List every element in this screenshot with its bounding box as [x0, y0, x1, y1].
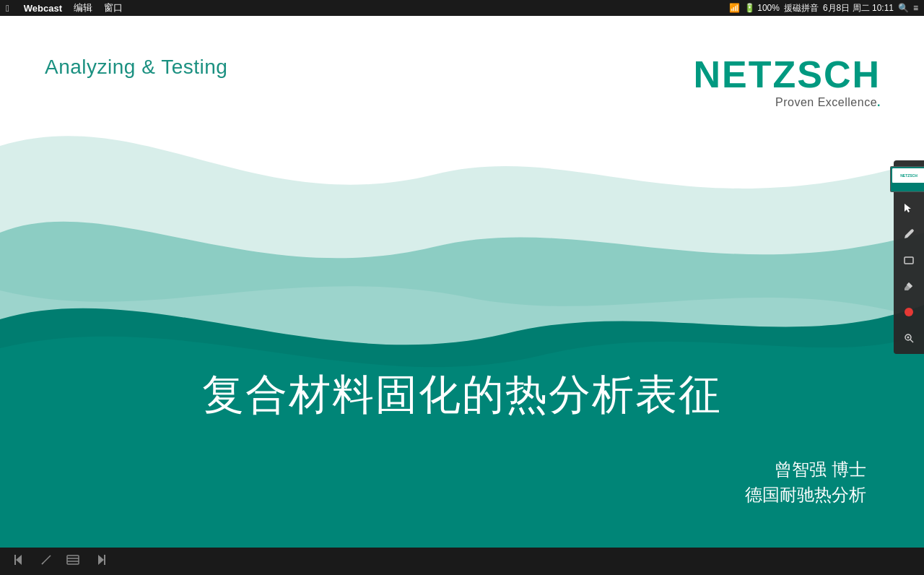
tool-panel: NETZSCH — [894, 160, 924, 354]
svg-rect-11 — [67, 555, 79, 564]
svg-rect-10 — [14, 555, 16, 565]
search-tool-button[interactable] — [897, 327, 920, 350]
netzsch-tagline: Proven Excellence. — [693, 96, 881, 109]
author-affiliation: 德国耐驰热分析 — [745, 483, 866, 506]
eraser-tool-button[interactable] — [897, 274, 920, 298]
app-name-menu[interactable]: Webcast — [24, 3, 62, 14]
menubar-right: 📶 🔋 100% 援磁拼音 6月8日 周二 10:11 🔍 ≡ — [729, 2, 918, 14]
record-button[interactable] — [897, 301, 920, 324]
slide-title: 复合材料固化的热分析表征 — [0, 367, 924, 423]
battery-icon: 🔋 100% — [744, 3, 780, 13]
svg-marker-14 — [98, 555, 104, 565]
bottom-toolbar — [0, 548, 924, 575]
prev-slide-button[interactable] — [9, 549, 30, 574]
netzsch-brand-name: NETZSCH — [693, 56, 881, 93]
wifi-icon: 📶 — [729, 3, 740, 13]
svg-marker-9 — [16, 555, 22, 565]
svg-rect-4 — [905, 257, 913, 264]
next-slide-button[interactable] — [90, 549, 111, 574]
svg-point-8 — [907, 337, 910, 339]
menu-extra[interactable]: ≡ — [913, 3, 918, 13]
menu-window[interactable]: 窗口 — [104, 1, 123, 14]
search-icon[interactable]: 🔍 — [898, 3, 909, 13]
apple-menu[interactable]:  — [6, 3, 9, 14]
svg-text:NETZSCH: NETZSCH — [900, 173, 918, 178]
datetime: 6月8日 周二 10:11 — [823, 2, 894, 14]
author-name: 曾智强 博士 — [775, 458, 866, 481]
slide-area: Analyzing & Testing NETZSCH Proven Excel… — [0, 16, 924, 575]
slide-thumbnail: NETZSCH — [890, 166, 924, 192]
pen-tool-button[interactable] — [897, 222, 920, 246]
rect-tool-button[interactable] — [897, 248, 920, 272]
svg-line-7 — [910, 340, 913, 342]
analyzing-testing-label: Analyzing & Testing — [45, 56, 227, 79]
cursor-tool-button[interactable] — [897, 196, 920, 220]
input-method[interactable]: 援磁拼音 — [784, 2, 819, 14]
tagline-dot: . — [877, 96, 881, 108]
svg-rect-15 — [104, 555, 105, 565]
svg-point-5 — [905, 308, 913, 316]
slides-overview-button[interactable] — [62, 549, 84, 574]
menubar:  Webcast 编辑 窗口 📶 🔋 100% 援磁拼音 6月8日 周二 10… — [0, 0, 924, 16]
netzsch-logo: NETZSCH Proven Excellence. — [693, 56, 881, 109]
annotate-button[interactable] — [36, 550, 56, 574]
menu-edit[interactable]: 编辑 — [74, 1, 92, 14]
